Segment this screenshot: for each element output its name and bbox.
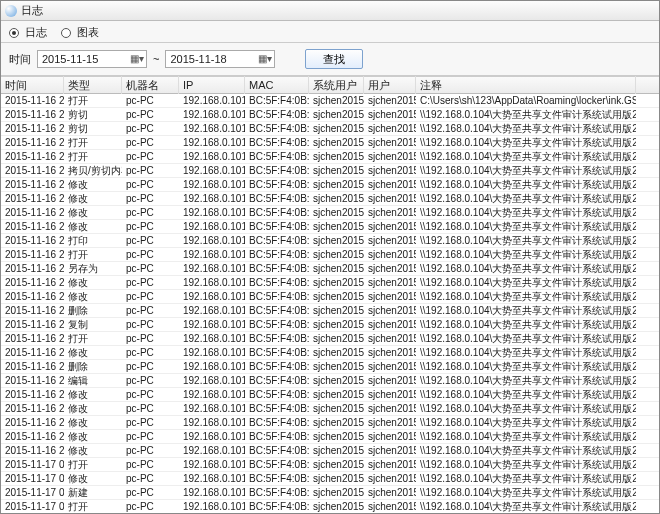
cell-ip: 192.168.0.101 — [179, 262, 245, 275]
cell-user: sjchen2015 — [364, 192, 416, 205]
cell-ip: 192.168.0.101 — [179, 178, 245, 191]
cell-note: \\192.168.0.104\大势至共享文件审计系统试用版20150526\4… — [416, 290, 636, 303]
cell-user: sjchen2015 — [364, 360, 416, 373]
col-note[interactable]: 注释 — [416, 76, 636, 94]
cell-mac: BC:5F:F4:0B:C... — [245, 220, 309, 233]
cell-user: sjchen2015 — [364, 332, 416, 345]
cell-user: sjchen2015 — [364, 458, 416, 471]
table-row[interactable]: 2015-11-16 23:...剪切pc-PC192.168.0.101BC:… — [1, 108, 659, 122]
table-row[interactable]: 2015-11-16 23:...剪切pc-PC192.168.0.101BC:… — [1, 122, 659, 136]
cell-time: 2015-11-16 23:... — [1, 290, 64, 303]
cell-ip: 192.168.0.101 — [179, 430, 245, 443]
table-row[interactable]: 2015-11-16 23:...打开pc-PC192.168.0.101BC:… — [1, 136, 659, 150]
cell-ip: 192.168.0.101 — [179, 402, 245, 415]
table-row[interactable]: 2015-11-17 00:...新建pc-PC192.168.0.101BC:… — [1, 486, 659, 500]
table-row[interactable]: 2015-11-16 23:...修改pc-PC192.168.0.101BC:… — [1, 444, 659, 458]
tab-log-label: 日志 — [25, 26, 47, 38]
cell-time: 2015-11-16 23:... — [1, 262, 64, 275]
col-sysuser[interactable]: 系统用户 — [309, 76, 364, 94]
cell-ip: 192.168.0.101 — [179, 458, 245, 471]
table-row[interactable]: 2015-11-16 23:...修改pc-PC192.168.0.101BC:… — [1, 178, 659, 192]
cell-type: 删除 — [64, 360, 122, 373]
cell-sysuser: sjchen2015 — [309, 108, 364, 121]
table-row[interactable]: 2015-11-16 23:...复制pc-PC192.168.0.101BC:… — [1, 318, 659, 332]
table-row[interactable]: 2015-11-16 23:...打开pc-PC192.168.0.101BC:… — [1, 248, 659, 262]
cell-sysuser: sjchen2015 — [309, 430, 364, 443]
col-host[interactable]: 机器名 — [122, 76, 179, 94]
cell-host: pc-PC — [122, 388, 179, 401]
cell-sysuser: sjchen2015 — [309, 472, 364, 485]
table-row[interactable]: 2015-11-16 23:...修改pc-PC192.168.0.101BC:… — [1, 290, 659, 304]
cell-user: sjchen2015 — [364, 402, 416, 415]
table-row[interactable]: 2015-11-16 23:...编辑pc-PC192.168.0.101BC:… — [1, 374, 659, 388]
cell-note: \\192.168.0.104\大势至共享文件审计系统试用版20150526\手… — [416, 248, 636, 261]
cell-mac: BC:5F:F4:0B:C... — [245, 192, 309, 205]
table-row[interactable]: 2015-11-16 23:...另存为pc-PC192.168.0.101BC… — [1, 262, 659, 276]
table-row[interactable]: 2015-11-16 23:...修改pc-PC192.168.0.101BC:… — [1, 220, 659, 234]
col-time[interactable]: 时间 — [1, 76, 64, 94]
table-row[interactable]: 2015-11-16 23:...修改pc-PC192.168.0.101BC:… — [1, 346, 659, 360]
cell-type: 复制 — [64, 318, 122, 331]
cell-type: 修改 — [64, 388, 122, 401]
cell-note: \\192.168.0.104\大势至共享文件审计系统试用版20150526\r… — [416, 318, 636, 331]
table-row[interactable]: 2015-11-16 23:...打开pc-PC192.168.0.101BC:… — [1, 150, 659, 164]
col-mac[interactable]: MAC — [245, 76, 309, 94]
table-row[interactable]: 2015-11-16 23:...打开pc-PC192.168.0.101BC:… — [1, 94, 659, 108]
cell-type: 修改 — [64, 430, 122, 443]
table-row[interactable]: 2015-11-16 23:...修改pc-PC192.168.0.101BC:… — [1, 276, 659, 290]
table-row[interactable]: 2015-11-17 00:...打开pc-PC192.168.0.101BC:… — [1, 458, 659, 472]
cell-host: pc-PC — [122, 178, 179, 191]
cell-ip: 192.168.0.101 — [179, 304, 245, 317]
cell-time: 2015-11-16 23:... — [1, 276, 64, 289]
cell-host: pc-PC — [122, 304, 179, 317]
search-button[interactable]: 查找 — [305, 49, 363, 69]
table-row[interactable]: 2015-11-16 23:...修改pc-PC192.168.0.101BC:… — [1, 206, 659, 220]
cell-sysuser: sjchen2015 — [309, 220, 364, 233]
date-from-input[interactable]: 2015-11-15 ▦▾ — [37, 50, 147, 68]
table-row[interactable]: 2015-11-16 23:...拷贝/剪切内容pc-PC192.168.0.1… — [1, 164, 659, 178]
cell-type: 修改 — [64, 206, 122, 219]
cell-type: 打开 — [64, 94, 122, 107]
tab-log[interactable]: 日志 — [9, 25, 47, 40]
cell-type: 打开 — [64, 248, 122, 261]
table-row[interactable]: 2015-11-17 00:...打开pc-PC192.168.0.101BC:… — [1, 500, 659, 514]
grid-body[interactable]: 2015-11-16 23:...打开pc-PC192.168.0.101BC:… — [1, 94, 659, 514]
cell-sysuser: sjchen2015 — [309, 458, 364, 471]
table-row[interactable]: 2015-11-16 23:...修改pc-PC192.168.0.101BC:… — [1, 402, 659, 416]
cell-note: \\192.168.0.104\大势至共享文件审计系统试用版20150526\手… — [416, 262, 636, 275]
cell-user: sjchen2015 — [364, 444, 416, 457]
cell-type: 删除 — [64, 304, 122, 317]
cell-host: pc-PC — [122, 276, 179, 289]
cell-type: 修改 — [64, 192, 122, 205]
table-row[interactable]: 2015-11-16 23:...修改pc-PC192.168.0.101BC:… — [1, 416, 659, 430]
cell-mac: BC:5F:F4:0B:C... — [245, 290, 309, 303]
table-row[interactable]: 2015-11-16 23:...删除pc-PC192.168.0.101BC:… — [1, 360, 659, 374]
col-type[interactable]: 类型 — [64, 76, 122, 94]
cell-note: \\192.168.0.104\大势至共享文件审计系统试用版20150526\x… — [416, 136, 636, 149]
cell-type: 修改 — [64, 444, 122, 457]
cell-note: \\192.168.0.104\大势至共享文件审计系统试用版20150526\网… — [416, 206, 636, 219]
date-to-input[interactable]: 2015-11-18 ▦▾ — [165, 50, 275, 68]
date-to-value: 2015-11-18 — [170, 53, 226, 65]
cell-time: 2015-11-16 23:... — [1, 374, 64, 387]
table-row[interactable]: 2015-11-16 23:...修改pc-PC192.168.0.101BC:… — [1, 430, 659, 444]
table-row[interactable]: 2015-11-16 23:...删除pc-PC192.168.0.101BC:… — [1, 304, 659, 318]
cell-ip: 192.168.0.101 — [179, 276, 245, 289]
table-row[interactable]: 2015-11-16 23:...修改pc-PC192.168.0.101BC:… — [1, 192, 659, 206]
col-ip[interactable]: IP — [179, 76, 245, 94]
tab-chart[interactable]: 图表 — [61, 25, 99, 40]
cell-time: 2015-11-16 23:... — [1, 206, 64, 219]
table-row[interactable]: 2015-11-16 23:...修改pc-PC192.168.0.101BC:… — [1, 388, 659, 402]
cell-sysuser: sjchen2015 — [309, 150, 364, 163]
cell-time: 2015-11-16 23:... — [1, 332, 64, 345]
tab-chart-label: 图表 — [77, 26, 99, 38]
cell-ip: 192.168.0.101 — [179, 290, 245, 303]
cell-time: 2015-11-16 23:... — [1, 108, 64, 121]
table-row[interactable]: 2015-11-16 23:...打印pc-PC192.168.0.101BC:… — [1, 234, 659, 248]
table-row[interactable]: 2015-11-17 00:...修改pc-PC192.168.0.101BC:… — [1, 472, 659, 486]
table-row[interactable]: 2015-11-16 23:...打开pc-PC192.168.0.101BC:… — [1, 332, 659, 346]
cell-user: sjchen2015 — [364, 388, 416, 401]
col-user[interactable]: 用户 — [364, 76, 416, 94]
cell-type: 修改 — [64, 416, 122, 429]
cell-user: sjchen2015 — [364, 472, 416, 485]
